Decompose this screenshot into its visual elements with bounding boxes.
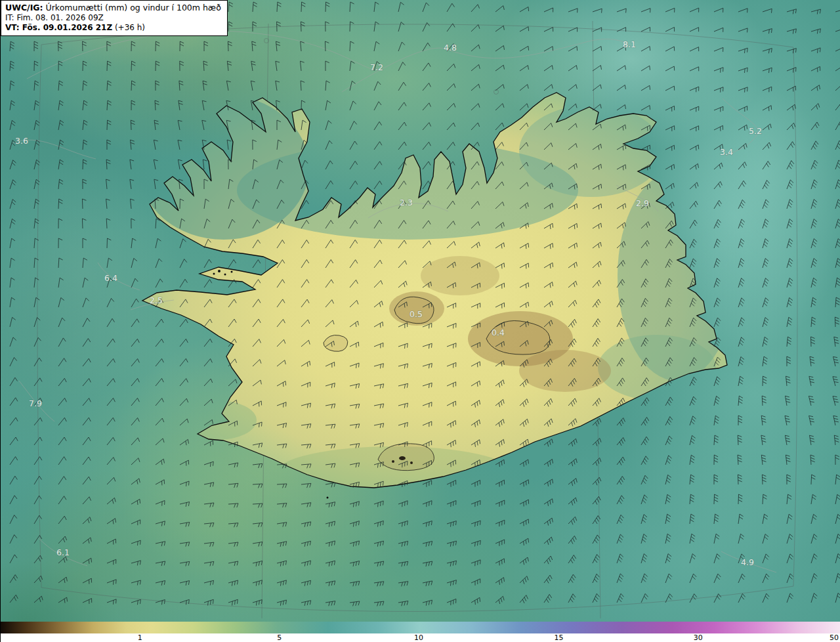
- map-value-label: 7.2: [370, 62, 383, 72]
- map-value-label: 5.2: [749, 126, 762, 136]
- valid-time: VT: Fös. 09.01.2026 21Z (+36 h): [5, 23, 221, 33]
- map-value-label: 2.5: [150, 295, 163, 305]
- map-value-label: 0.5: [410, 309, 423, 319]
- map-value-label: 8.1: [623, 39, 636, 49]
- map-value-label: 2.3: [400, 198, 413, 207]
- colorbar: 1510153050: [1, 622, 840, 642]
- map-value-label: 7.9: [29, 398, 42, 408]
- map-value-label: 4.8: [444, 43, 457, 53]
- map-value-label: 4.9: [741, 557, 754, 567]
- colorbar-tick: 5: [277, 633, 282, 642]
- map-value-label: 6.4: [104, 273, 117, 283]
- colorbar-tick: 15: [555, 633, 564, 642]
- colorbar-tick: 10: [414, 633, 423, 642]
- colorbar-tick: 1: [138, 633, 142, 642]
- colorbar-ticks: 1510153050: [1, 633, 840, 642]
- colorbar-tick: 30: [694, 633, 703, 642]
- weather-map: 4.57.24.88.13.65.23.42.92.36.42.50.50.47…: [0, 0, 840, 642]
- init-time: IT: Fim. 08. 01. 2026 09Z: [5, 13, 221, 23]
- colorbar-gradient: [1, 622, 840, 633]
- chart-title: Úrkomumætti (mm) og vindur í 100m hæð: [43, 3, 221, 12]
- map-value-label: 3.4: [720, 147, 733, 157]
- colorbar-tick: 50: [830, 633, 839, 642]
- map-value-label: 3.6: [15, 136, 28, 146]
- map-value-label: 2.9: [636, 198, 649, 208]
- map-overlay: 4.57.24.88.13.65.23.42.92.36.42.50.50.47…: [1, 0, 840, 642]
- map-value-label: 0.4: [492, 328, 505, 337]
- model-id: UWC/IG:: [5, 3, 43, 12]
- info-box: UWC/IG: Úrkomumætti (mm) og vindur í 100…: [1, 0, 228, 36]
- chart-title-line: UWC/IG: Úrkomumætti (mm) og vindur í 100…: [5, 3, 221, 13]
- map-value-label: 6.1: [56, 547, 70, 557]
